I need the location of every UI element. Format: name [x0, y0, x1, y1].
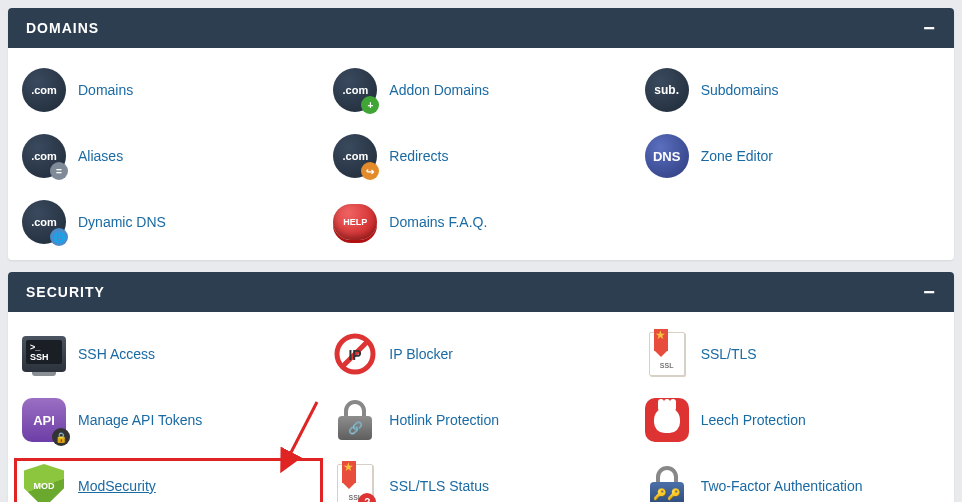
domains-panel-title: DOMAINS	[26, 20, 99, 36]
com-redirect-icon: .com ↪	[333, 134, 377, 178]
ssl-tls-tile[interactable]: ★ SSL SSL/TLS	[643, 330, 942, 378]
com-plus-icon: .com +	[333, 68, 377, 112]
manage-api-tokens-tile[interactable]: API 🔒 Manage API Tokens	[20, 396, 319, 444]
dynamic-dns-tile[interactable]: .com 🌐 Dynamic DNS	[20, 198, 319, 246]
minus-icon[interactable]: −	[923, 18, 936, 38]
tile-label: Domains	[78, 82, 133, 98]
dns-icon: DNS	[645, 134, 689, 178]
modsecurity-tile[interactable]: MOD ModSecurity	[20, 462, 319, 502]
redirect-badge-icon: ↪	[361, 162, 379, 180]
plus-badge-icon: +	[361, 96, 379, 114]
ssl-tls-status-tile[interactable]: ★ SSL ? SSL/TLS Status	[331, 462, 630, 502]
ssh-icon: >_ SSH	[22, 332, 66, 376]
sub-icon: sub.	[645, 68, 689, 112]
leech-protection-tile[interactable]: Leech Protection	[643, 396, 942, 444]
addon-domains-tile[interactable]: .com + Addon Domains	[331, 66, 630, 114]
domains-panel-body: .com Domains .com + Addon Domains sub. S…	[8, 48, 954, 260]
tile-label: SSL/TLS Status	[389, 478, 489, 494]
tile-label: Manage API Tokens	[78, 412, 202, 428]
ssl-status-icon: ★ SSL ?	[333, 464, 377, 502]
security-panel-header[interactable]: SECURITY −	[8, 272, 954, 312]
redirects-tile[interactable]: .com ↪ Redirects	[331, 132, 630, 180]
svg-text:IP: IP	[349, 347, 362, 363]
tile-label: SSH Access	[78, 346, 155, 362]
alias-badge-icon: =	[50, 162, 68, 180]
domains-faq-tile[interactable]: HELP Domains F.A.Q.	[331, 198, 630, 246]
security-panel-title: SECURITY	[26, 284, 105, 300]
security-panel: SECURITY − >_ SSH SSH Access IP IP Block…	[8, 272, 954, 502]
tile-label: Zone Editor	[701, 148, 773, 164]
minus-icon[interactable]: −	[923, 282, 936, 302]
globe-badge-icon: 🌐	[50, 228, 68, 246]
tile-label: IP Blocker	[389, 346, 453, 362]
zone-editor-tile[interactable]: DNS Zone Editor	[643, 132, 942, 180]
tile-label: Two-Factor Authentication	[701, 478, 863, 494]
leech-icon	[645, 398, 689, 442]
hotlink-protection-tile[interactable]: 🔗 Hotlink Protection	[331, 396, 630, 444]
two-factor-auth-tile[interactable]: 🔑🔑 Two-Factor Authentication	[643, 462, 942, 502]
subdomains-tile[interactable]: sub. Subdomains	[643, 66, 942, 114]
ip-blocker-icon: IP	[333, 332, 377, 376]
help-icon: HELP	[333, 200, 377, 244]
ip-blocker-tile[interactable]: IP IP Blocker	[331, 330, 630, 378]
tile-label: SSL/TLS	[701, 346, 757, 362]
tile-label: Aliases	[78, 148, 123, 164]
domains-panel: DOMAINS − .com Domains .com + Addon Doma…	[8, 8, 954, 260]
api-icon: API 🔒	[22, 398, 66, 442]
tile-label: Hotlink Protection	[389, 412, 499, 428]
security-panel-body: >_ SSH SSH Access IP IP Blocker ★	[8, 312, 954, 502]
tile-label: Redirects	[389, 148, 448, 164]
com-dynamic-icon: .com 🌐	[22, 200, 66, 244]
tile-label: Dynamic DNS	[78, 214, 166, 230]
two-factor-icon: 🔑🔑	[645, 464, 689, 502]
domains-tile[interactable]: .com Domains	[20, 66, 319, 114]
tile-label: Leech Protection	[701, 412, 806, 428]
tile-label: Subdomains	[701, 82, 779, 98]
tile-label: Addon Domains	[389, 82, 489, 98]
aliases-tile[interactable]: .com = Aliases	[20, 132, 319, 180]
com-icon: .com	[22, 68, 66, 112]
ssh-access-tile[interactable]: >_ SSH SSH Access	[20, 330, 319, 378]
com-alias-icon: .com =	[22, 134, 66, 178]
tile-label: Domains F.A.Q.	[389, 214, 487, 230]
hotlink-icon: 🔗	[333, 398, 377, 442]
modsecurity-icon: MOD	[22, 464, 66, 502]
domains-panel-header[interactable]: DOMAINS −	[8, 8, 954, 48]
tile-label: ModSecurity	[78, 478, 156, 494]
ssl-tls-icon: ★ SSL	[645, 332, 689, 376]
